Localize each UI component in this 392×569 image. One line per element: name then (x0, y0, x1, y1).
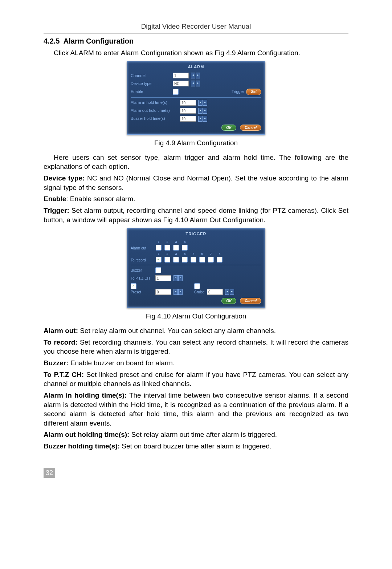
preset-enable-checkbox[interactable]: ✓ (131, 283, 136, 289)
text: : Enable sensor alarm. (66, 195, 135, 203)
text: Set alarm output, recording channel and … (44, 207, 348, 224)
chevron-left-icon[interactable]: ◂ (225, 289, 229, 295)
text: Enable buzzer on board for alarm. (69, 359, 175, 367)
to-record-checkbox[interactable] (217, 257, 222, 263)
chevron-left-icon[interactable]: ◂ (191, 73, 195, 78)
channel-input[interactable]: 1 (173, 73, 189, 78)
col-num: 7 (210, 252, 212, 256)
to-record-checkbox[interactable] (208, 257, 214, 263)
to-record-checkbox[interactable] (191, 257, 196, 263)
col-num: 3 (175, 240, 177, 244)
alarm-out-label: Alarm out (131, 246, 153, 251)
col-num: 1 (158, 240, 159, 244)
ok-button[interactable]: OK (221, 298, 236, 304)
alarm-out-hold-input[interactable]: 10 (180, 108, 196, 114)
chevron-right-icon[interactable]: ▸ (178, 289, 183, 295)
chevron-left-icon[interactable]: ◂ (173, 275, 178, 281)
paragraph: Alarm out: Set relay alarm out channel. … (44, 326, 348, 336)
to-record-checkbox[interactable]: ✓ (156, 257, 162, 263)
term: To record: (44, 338, 78, 346)
col-num: 2 (166, 240, 168, 244)
term: Alarm out holding time(s): (44, 431, 129, 438)
paragraph: Alarm out holding time(s): Set relay ala… (44, 430, 348, 439)
text: Set relay alarm out time after alarm is … (129, 431, 277, 438)
cruise-input[interactable]: 0 (207, 289, 223, 295)
cancel-button[interactable]: Cancel (240, 125, 261, 131)
preset-spinner[interactable]: ◂ ▸ (173, 289, 183, 295)
col-num: 3 (175, 252, 177, 256)
paragraph: Buzzer: Enable buzzer on board for alarm… (44, 358, 348, 368)
term: Buzzer: (44, 359, 69, 367)
device-type-input[interactable]: NC (173, 81, 189, 86)
to-record-checkbox[interactable] (182, 257, 188, 263)
chevron-left-icon[interactable]: ◂ (198, 100, 203, 106)
chevron-right-icon[interactable]: ▸ (203, 108, 207, 114)
term: Trigger: (44, 207, 69, 214)
enable-checkbox[interactable] (173, 89, 179, 95)
to-record-checkbox[interactable] (199, 257, 205, 263)
buzzer-checkbox[interactable] (155, 267, 161, 273)
col-num: 4 (184, 252, 185, 256)
alarm-in-hold-input[interactable]: 10 (180, 100, 196, 106)
col-num: 6 (201, 252, 203, 256)
figure-caption: Fig 4.10 Alarm Out Configuration (44, 312, 348, 321)
ptz-spinner[interactable]: ◂ ▸ (173, 275, 183, 281)
cruise-spinner[interactable]: ◂ ▸ (225, 289, 234, 295)
figure-caption: Fig 4.9 Alarm Configuration (44, 138, 348, 148)
chevron-right-icon[interactable]: ▸ (230, 289, 234, 295)
text: Set relay alarm out channel. You can sel… (78, 327, 276, 334)
paragraph: Enable: Enable sensor alarm. (44, 194, 348, 204)
buzzer-label: Buzzer (131, 268, 153, 273)
text: Set linked preset and cruise for alarm i… (44, 371, 348, 388)
alarm-in-hold-label: Alarm in hold time(s) (131, 100, 178, 105)
col-num: 4 (184, 240, 185, 244)
chevron-left-icon[interactable]: ◂ (173, 289, 178, 295)
buzzer-spinner[interactable]: ◂ ▸ (198, 116, 207, 122)
chevron-right-icon[interactable]: ▸ (196, 73, 200, 78)
ptz-ch-input[interactable]: 1 (155, 275, 171, 281)
channel-spinner[interactable]: ◂ ▸ (191, 73, 200, 78)
ok-button[interactable]: OK (221, 125, 236, 131)
to-record-checkbox[interactable] (164, 257, 170, 263)
to-record-checkbox[interactable] (173, 257, 179, 263)
trigger-dialog-title: TRIGGER (131, 231, 261, 237)
page-header: Digital Video Recorder User Manual (44, 22, 348, 33)
trigger-dialog: TRIGGER Alarm out 1 2 3 4 To record 1✓ 2… (127, 228, 265, 308)
trigger-label: Trigger (232, 89, 244, 94)
buzzer-hold-input[interactable]: 10 (180, 116, 196, 122)
alarm-dialog-title: ALARM (131, 64, 261, 70)
chevron-right-icon[interactable]: ▸ (178, 275, 183, 281)
preset-label: Preset (131, 290, 153, 295)
alarm-out-checkbox[interactable] (182, 245, 188, 251)
cruise-label: Cruise (194, 290, 205, 295)
col-num: 1 (158, 252, 159, 256)
chevron-right-icon[interactable]: ▸ (196, 81, 200, 86)
chevron-left-icon[interactable]: ◂ (198, 116, 203, 122)
paragraph: Buzzer holding time(s): Set on board buz… (44, 442, 348, 451)
term: Enable (44, 195, 66, 203)
term: To P.T.Z CH: (44, 371, 84, 378)
chevron-left-icon[interactable]: ◂ (198, 108, 203, 114)
alarm-out-checkbox[interactable] (173, 245, 179, 251)
alarm-out-checkbox[interactable] (164, 245, 170, 251)
chevron-right-icon[interactable]: ▸ (203, 116, 207, 122)
alarm-out-spinner[interactable]: ◂ ▸ (198, 108, 207, 114)
col-num: 2 (166, 252, 168, 256)
text: NC and NO (Normal Close and Normal Open)… (44, 174, 348, 191)
section-heading: 4.2.5 Alarm Configuration (44, 36, 348, 46)
chevron-left-icon[interactable]: ◂ (191, 81, 195, 86)
preset-input[interactable]: 0 (155, 289, 171, 295)
device-type-spinner[interactable]: ◂ ▸ (191, 81, 200, 86)
page-number: 32 (44, 468, 55, 478)
alarm-out-checkbox[interactable] (156, 245, 162, 251)
col-num: 5 (192, 252, 194, 256)
term: Buzzer holding time(s): (44, 442, 120, 450)
paragraph: Device type: NC and NO (Normal Close and… (44, 174, 348, 192)
cancel-button[interactable]: Cancel (240, 298, 261, 304)
cruise-enable-checkbox[interactable] (194, 283, 200, 289)
alarm-in-spinner[interactable]: ◂ ▸ (198, 100, 207, 106)
chevron-right-icon[interactable]: ▸ (203, 100, 207, 106)
alarm-out-hold-label: Alarm out hold time(s) (131, 108, 178, 113)
set-button[interactable]: Set (246, 89, 261, 95)
divider (131, 97, 261, 98)
